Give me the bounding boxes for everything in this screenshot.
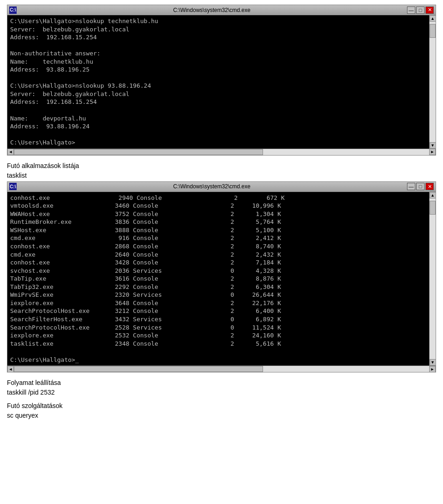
scroll-down-2[interactable]: ▼	[430, 359, 436, 366]
section2-line1: Folyamat leállítása	[7, 378, 436, 388]
minimize-button-1[interactable]: —	[407, 6, 415, 14]
cmd-icon-2: C:\	[9, 183, 17, 190]
close-button-2[interactable]: ✕	[425, 183, 434, 190]
hscroll-thumb-1[interactable]	[14, 149, 263, 155]
hscrollbar-1[interactable]: ◄ ►	[7, 149, 436, 155]
hscroll-left-1[interactable]: ◄	[7, 149, 14, 155]
cmd-window-2: C:\ C:\Windows\system32\cmd.exe — □ ✕ co…	[7, 181, 436, 372]
cmd-text-1: C:\Users\Hallgato>nslookup technetklub.h…	[10, 17, 427, 147]
hscroll-track-2[interactable]	[14, 366, 429, 372]
scroll-track-1[interactable]	[430, 22, 436, 142]
scrollbar-1[interactable]: ▲ ▼	[429, 15, 436, 149]
cmd-title-2: C:\Windows\system32\cmd.exe	[17, 183, 407, 190]
cmd-titlebar-buttons-1: — □ ✕	[407, 6, 434, 14]
scroll-thumb-1[interactable]	[430, 24, 436, 38]
cmd-text-2: conhost.exe 2940 Console 2 672 K vmtools…	[10, 194, 427, 364]
hscroll-left-2[interactable]: ◄	[7, 366, 14, 372]
maximize-button-2[interactable]: □	[416, 183, 425, 190]
section3-label: Futó szolgáltatások sc queryex	[7, 401, 436, 420]
cmd-window-1: C:\ C:\Windows\system32\cmd.exe — □ ✕ C:…	[7, 5, 436, 156]
cmd-title-1: C:\Windows\system32\cmd.exe	[17, 7, 407, 13]
cmd-titlebar-buttons-2: — □ ✕	[407, 183, 434, 190]
close-button-1[interactable]: ✕	[425, 6, 434, 14]
hscroll-track-1[interactable]	[14, 149, 429, 155]
section3-line1: Futó szolgáltatások	[7, 401, 436, 411]
cmd-body-2: conhost.exe 2940 Console 2 672 K vmtools…	[7, 192, 436, 366]
scroll-thumb-2[interactable]	[430, 201, 436, 215]
minimize-button-2[interactable]: —	[407, 183, 415, 190]
scroll-up-1[interactable]: ▲	[430, 15, 436, 22]
section2-label: Folyamat leállítása taskkill /pid 2532	[7, 378, 436, 397]
hscroll-right-1[interactable]: ►	[429, 149, 436, 155]
hscroll-right-2[interactable]: ►	[429, 366, 436, 372]
section1-line2: tasklist	[7, 171, 436, 180]
hscrollbar-2[interactable]: ◄ ►	[7, 366, 436, 372]
cmd-titlebar-1: C:\ C:\Windows\system32\cmd.exe — □ ✕	[7, 5, 436, 15]
section1-line1: Futó alkalmazások listája	[7, 161, 436, 171]
cmd-titlebar-2: C:\ C:\Windows\system32\cmd.exe — □ ✕	[7, 182, 436, 192]
hscroll-thumb-2[interactable]	[14, 366, 263, 372]
scroll-up-2[interactable]: ▲	[430, 192, 436, 198]
section1-label: Futó alkalmazások listája tasklist	[7, 161, 436, 180]
page-content: C:\ C:\Windows\system32\cmd.exe — □ ✕ C:…	[0, 0, 443, 426]
cmd-body-1: C:\Users\Hallgato>nslookup technetklub.h…	[7, 15, 436, 149]
scroll-track-2[interactable]	[430, 198, 436, 359]
scrollbar-2[interactable]: ▲ ▼	[429, 192, 436, 366]
section2-line2: taskkill /pid 2532	[7, 388, 436, 397]
maximize-button-1[interactable]: □	[416, 6, 425, 14]
cmd-icon-1: C:\	[9, 6, 17, 14]
section3-line2: sc queryex	[7, 411, 436, 420]
scroll-down-1[interactable]: ▼	[430, 142, 436, 149]
